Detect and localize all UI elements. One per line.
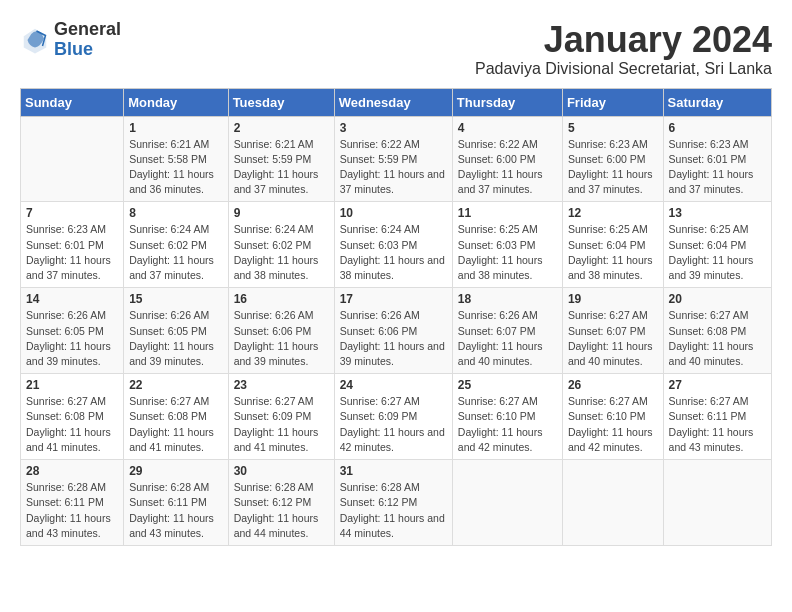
column-header-saturday: Saturday [663, 88, 771, 116]
day-number: 24 [340, 378, 447, 392]
calendar-cell: 31Sunrise: 6:28 AMSunset: 6:12 PMDayligh… [334, 460, 452, 546]
day-number: 13 [669, 206, 766, 220]
calendar-cell: 18Sunrise: 6:26 AMSunset: 6:07 PMDayligh… [452, 288, 562, 374]
day-info: Sunrise: 6:23 AMSunset: 6:01 PMDaylight:… [26, 222, 118, 283]
calendar-cell: 6Sunrise: 6:23 AMSunset: 6:01 PMDaylight… [663, 116, 771, 202]
day-info: Sunrise: 6:27 AMSunset: 6:10 PMDaylight:… [568, 394, 658, 455]
day-number: 7 [26, 206, 118, 220]
day-info: Sunrise: 6:25 AMSunset: 6:04 PMDaylight:… [669, 222, 766, 283]
calendar-cell: 11Sunrise: 6:25 AMSunset: 6:03 PMDayligh… [452, 202, 562, 288]
column-header-thursday: Thursday [452, 88, 562, 116]
calendar-table: SundayMondayTuesdayWednesdayThursdayFrid… [20, 88, 772, 546]
day-number: 12 [568, 206, 658, 220]
day-info: Sunrise: 6:27 AMSunset: 6:08 PMDaylight:… [129, 394, 222, 455]
calendar-week-row: 14Sunrise: 6:26 AMSunset: 6:05 PMDayligh… [21, 288, 772, 374]
day-number: 3 [340, 121, 447, 135]
day-number: 27 [669, 378, 766, 392]
column-header-friday: Friday [562, 88, 663, 116]
page-header: General Blue January 2024 Padaviya Divis… [20, 20, 772, 78]
day-info: Sunrise: 6:26 AMSunset: 6:06 PMDaylight:… [340, 308, 447, 369]
day-number: 17 [340, 292, 447, 306]
calendar-cell: 12Sunrise: 6:25 AMSunset: 6:04 PMDayligh… [562, 202, 663, 288]
day-info: Sunrise: 6:27 AMSunset: 6:09 PMDaylight:… [340, 394, 447, 455]
calendar-cell: 3Sunrise: 6:22 AMSunset: 5:59 PMDaylight… [334, 116, 452, 202]
calendar-week-row: 1Sunrise: 6:21 AMSunset: 5:58 PMDaylight… [21, 116, 772, 202]
day-number: 20 [669, 292, 766, 306]
day-info: Sunrise: 6:24 AMSunset: 6:02 PMDaylight:… [129, 222, 222, 283]
day-number: 8 [129, 206, 222, 220]
calendar-cell: 2Sunrise: 6:21 AMSunset: 5:59 PMDaylight… [228, 116, 334, 202]
day-number: 23 [234, 378, 329, 392]
calendar-cell: 24Sunrise: 6:27 AMSunset: 6:09 PMDayligh… [334, 374, 452, 460]
day-info: Sunrise: 6:21 AMSunset: 5:58 PMDaylight:… [129, 137, 222, 198]
day-info: Sunrise: 6:24 AMSunset: 6:02 PMDaylight:… [234, 222, 329, 283]
day-info: Sunrise: 6:21 AMSunset: 5:59 PMDaylight:… [234, 137, 329, 198]
day-number: 4 [458, 121, 557, 135]
calendar-cell: 5Sunrise: 6:23 AMSunset: 6:00 PMDaylight… [562, 116, 663, 202]
calendar-cell: 25Sunrise: 6:27 AMSunset: 6:10 PMDayligh… [452, 374, 562, 460]
column-header-wednesday: Wednesday [334, 88, 452, 116]
day-number: 29 [129, 464, 222, 478]
calendar-cell: 30Sunrise: 6:28 AMSunset: 6:12 PMDayligh… [228, 460, 334, 546]
calendar-cell: 15Sunrise: 6:26 AMSunset: 6:05 PMDayligh… [124, 288, 228, 374]
day-info: Sunrise: 6:27 AMSunset: 6:08 PMDaylight:… [26, 394, 118, 455]
calendar-cell: 22Sunrise: 6:27 AMSunset: 6:08 PMDayligh… [124, 374, 228, 460]
calendar-cell: 19Sunrise: 6:27 AMSunset: 6:07 PMDayligh… [562, 288, 663, 374]
day-info: Sunrise: 6:23 AMSunset: 6:00 PMDaylight:… [568, 137, 658, 198]
day-number: 18 [458, 292, 557, 306]
calendar-cell: 1Sunrise: 6:21 AMSunset: 5:58 PMDaylight… [124, 116, 228, 202]
calendar-week-row: 28Sunrise: 6:28 AMSunset: 6:11 PMDayligh… [21, 460, 772, 546]
day-number: 14 [26, 292, 118, 306]
day-number: 31 [340, 464, 447, 478]
day-info: Sunrise: 6:26 AMSunset: 6:05 PMDaylight:… [26, 308, 118, 369]
day-info: Sunrise: 6:27 AMSunset: 6:09 PMDaylight:… [234, 394, 329, 455]
column-header-tuesday: Tuesday [228, 88, 334, 116]
day-number: 10 [340, 206, 447, 220]
day-number: 21 [26, 378, 118, 392]
calendar-cell: 29Sunrise: 6:28 AMSunset: 6:11 PMDayligh… [124, 460, 228, 546]
day-number: 15 [129, 292, 222, 306]
calendar-header-row: SundayMondayTuesdayWednesdayThursdayFrid… [21, 88, 772, 116]
day-info: Sunrise: 6:27 AMSunset: 6:11 PMDaylight:… [669, 394, 766, 455]
day-info: Sunrise: 6:28 AMSunset: 6:11 PMDaylight:… [129, 480, 222, 541]
calendar-cell: 16Sunrise: 6:26 AMSunset: 6:06 PMDayligh… [228, 288, 334, 374]
logo-icon [20, 25, 50, 55]
day-number: 30 [234, 464, 329, 478]
day-info: Sunrise: 6:24 AMSunset: 6:03 PMDaylight:… [340, 222, 447, 283]
logo-text: General Blue [54, 20, 121, 60]
calendar-cell: 10Sunrise: 6:24 AMSunset: 6:03 PMDayligh… [334, 202, 452, 288]
day-info: Sunrise: 6:26 AMSunset: 6:07 PMDaylight:… [458, 308, 557, 369]
day-number: 2 [234, 121, 329, 135]
calendar-cell: 23Sunrise: 6:27 AMSunset: 6:09 PMDayligh… [228, 374, 334, 460]
calendar-cell: 14Sunrise: 6:26 AMSunset: 6:05 PMDayligh… [21, 288, 124, 374]
day-number: 22 [129, 378, 222, 392]
column-header-sunday: Sunday [21, 88, 124, 116]
column-header-monday: Monday [124, 88, 228, 116]
day-number: 25 [458, 378, 557, 392]
calendar-cell: 4Sunrise: 6:22 AMSunset: 6:00 PMDaylight… [452, 116, 562, 202]
calendar-cell: 17Sunrise: 6:26 AMSunset: 6:06 PMDayligh… [334, 288, 452, 374]
day-number: 19 [568, 292, 658, 306]
calendar-cell [21, 116, 124, 202]
calendar-cell: 26Sunrise: 6:27 AMSunset: 6:10 PMDayligh… [562, 374, 663, 460]
day-info: Sunrise: 6:22 AMSunset: 6:00 PMDaylight:… [458, 137, 557, 198]
calendar-week-row: 7Sunrise: 6:23 AMSunset: 6:01 PMDaylight… [21, 202, 772, 288]
day-info: Sunrise: 6:27 AMSunset: 6:07 PMDaylight:… [568, 308, 658, 369]
day-info: Sunrise: 6:26 AMSunset: 6:06 PMDaylight:… [234, 308, 329, 369]
title-block: January 2024 Padaviya Divisional Secreta… [475, 20, 772, 78]
calendar-cell [452, 460, 562, 546]
day-number: 5 [568, 121, 658, 135]
day-info: Sunrise: 6:27 AMSunset: 6:08 PMDaylight:… [669, 308, 766, 369]
subtitle: Padaviya Divisional Secretariat, Sri Lan… [475, 60, 772, 78]
day-number: 6 [669, 121, 766, 135]
calendar-cell: 8Sunrise: 6:24 AMSunset: 6:02 PMDaylight… [124, 202, 228, 288]
day-info: Sunrise: 6:28 AMSunset: 6:11 PMDaylight:… [26, 480, 118, 541]
day-number: 9 [234, 206, 329, 220]
calendar-cell: 28Sunrise: 6:28 AMSunset: 6:11 PMDayligh… [21, 460, 124, 546]
calendar-cell [663, 460, 771, 546]
day-info: Sunrise: 6:28 AMSunset: 6:12 PMDaylight:… [234, 480, 329, 541]
day-info: Sunrise: 6:28 AMSunset: 6:12 PMDaylight:… [340, 480, 447, 541]
calendar-cell: 7Sunrise: 6:23 AMSunset: 6:01 PMDaylight… [21, 202, 124, 288]
calendar-cell: 27Sunrise: 6:27 AMSunset: 6:11 PMDayligh… [663, 374, 771, 460]
calendar-cell: 21Sunrise: 6:27 AMSunset: 6:08 PMDayligh… [21, 374, 124, 460]
